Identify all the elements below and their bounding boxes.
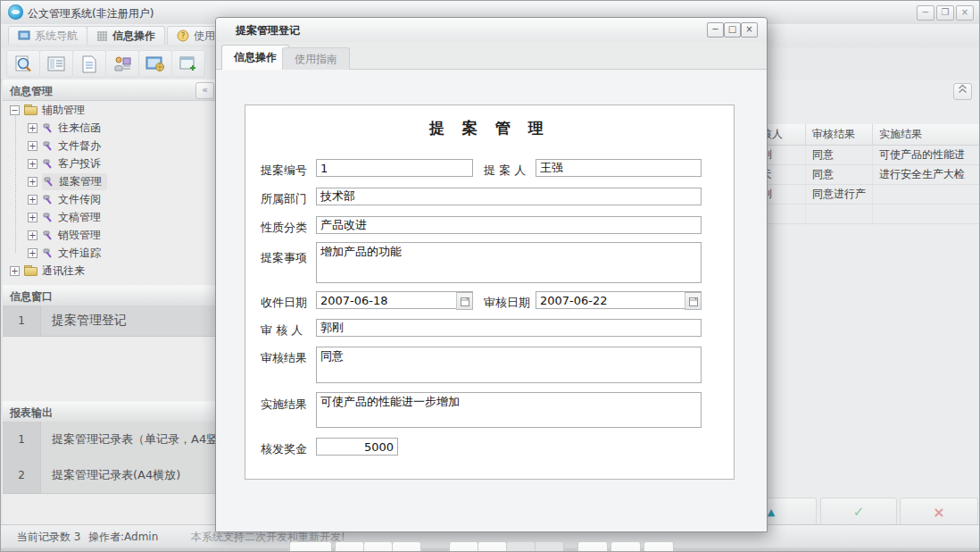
print-preview-button[interactable] <box>610 541 641 552</box>
record-count: 当前记录数 3 <box>17 530 80 545</box>
tree-node-item[interactable]: + 文件督办 <box>28 137 101 155</box>
prev-record-button[interactable]: ◀ <box>363 541 393 552</box>
cell-impl[interactable]: 进行安全生产大检 <box>873 165 980 185</box>
department-input[interactable] <box>316 188 702 205</box>
search-button[interactable] <box>6 50 40 78</box>
expand-box-icon[interactable]: + <box>28 177 37 187</box>
cell-impl[interactable]: 可使产品的性能进 <box>873 146 980 165</box>
matter-textarea[interactable]: 增加产品的功能 <box>316 242 702 283</box>
dialog-body: 提 案 管 理 提案编号 提 案 人 所属部门 性质分类 提案事项 增加产品的功… <box>216 70 767 531</box>
bonus-input[interactable] <box>316 438 398 456</box>
expand-box-icon[interactable]: + <box>28 248 37 258</box>
label-review-result: 审核结果 <box>261 350 307 366</box>
minimize-button[interactable]: − <box>917 5 934 21</box>
column-header-impl[interactable]: 实施结果 <box>873 124 980 146</box>
app-logo-icon <box>8 4 23 20</box>
info-window-item[interactable]: 1 提案管理登记 <box>3 305 219 337</box>
review-result-textarea[interactable]: 同意 <box>316 347 702 383</box>
document-button[interactable] <box>72 50 106 78</box>
tab-system-nav[interactable]: 系统导航 <box>8 26 87 45</box>
expand-box-icon[interactable]: + <box>28 195 37 205</box>
first-record-button[interactable]: ◀ <box>335 541 364 552</box>
tab-info-ops[interactable]: 信息操作 <box>87 26 165 45</box>
receive-date-input[interactable] <box>316 291 473 309</box>
cell-impl[interactable] <box>873 185 980 205</box>
add-button[interactable]: 增加 <box>289 541 332 552</box>
user-report-button[interactable] <box>105 50 139 78</box>
info-window-title: 信息窗口 <box>10 289 53 305</box>
label-matter: 提案事项 <box>261 250 307 266</box>
delete-record-button[interactable]: − <box>449 541 478 552</box>
bg-post-button[interactable]: ✓ <box>820 498 897 526</box>
dialog-minimize-button[interactable]: − <box>707 22 724 38</box>
dialog-close-button[interactable]: × <box>741 22 758 38</box>
expand-box-icon[interactable]: + <box>28 141 37 151</box>
edit-record-button[interactable]: ▲ <box>478 541 507 552</box>
content-collapse-button[interactable] <box>953 83 972 100</box>
info-mgmt-header: 信息管理 « <box>3 79 220 101</box>
cancel-record-button[interactable]: × <box>535 541 564 552</box>
app-title: 公文管理系统(非注册用户) <box>28 6 154 21</box>
panel-collapse-button[interactable]: « <box>195 82 214 99</box>
print-button[interactable] <box>577 541 608 552</box>
dialog-title: 提案管理登记 <box>236 23 300 38</box>
user-chart-icon <box>112 55 132 73</box>
dialog-tab-info-ops[interactable]: 信息操作 <box>221 45 289 70</box>
label-category: 性质分类 <box>261 220 307 236</box>
tree-node-item[interactable]: + 往来信函 <box>28 119 101 137</box>
dialog-maximize-button[interactable]: □ <box>724 22 741 38</box>
tree-node-bottom[interactable]: + 通讯往来 <box>10 262 85 280</box>
restore-button[interactable]: ❐ <box>936 5 954 21</box>
cell-result[interactable]: 同意 <box>806 146 873 165</box>
app-window: 公文管理系统(非注册用户) − ❐ × 系统导航 信息操作 ? 使用指南 <box>0 0 980 552</box>
close-button[interactable]: × <box>956 5 974 21</box>
cell-result[interactable]: 同意 <box>806 165 873 185</box>
expand-box-icon[interactable]: + <box>28 213 37 222</box>
dialog-tab-guide[interactable]: 使用指南 <box>282 47 350 70</box>
post-record-button[interactable]: ✓ <box>506 541 536 552</box>
tree-node-item[interactable]: + 客户投诉 <box>28 155 101 172</box>
folder-icon <box>24 265 37 276</box>
tree-node-item[interactable]: + 文件追踪 <box>28 244 101 262</box>
next-record-button[interactable]: ▶ <box>392 541 421 552</box>
label-proposer: 提 案 人 <box>484 163 526 179</box>
dialog-record-toolbar: 增加 ◀ ◀ ▶ ▶ − ▲ <box>216 531 767 552</box>
tool-icon <box>42 212 54 223</box>
tree-node-item-selected[interactable]: + 提案管理 <box>28 172 107 190</box>
reviewer-input[interactable] <box>316 319 702 337</box>
tree-node-root[interactable]: − 辅助管理 <box>10 101 85 119</box>
report-item[interactable]: 1 提案管理记录表（单记录，A4竖 <box>3 422 219 458</box>
column-header-result[interactable]: 审核结果 <box>806 124 873 146</box>
window-globe-button[interactable] <box>138 50 172 78</box>
proposer-input[interactable] <box>536 159 702 177</box>
collapse-box-icon[interactable]: − <box>10 105 20 115</box>
expand-box-icon[interactable]: + <box>10 266 20 276</box>
impl-result-textarea[interactable]: 可使产品的性能进一步增加 <box>316 392 702 428</box>
operator: 操作者:Admin <box>88 530 158 545</box>
review-date-input[interactable] <box>536 291 702 309</box>
dialog-titlebar[interactable]: 提案管理登记 − □ × <box>216 18 767 43</box>
category-input[interactable] <box>316 216 702 234</box>
proposal-no-input[interactable] <box>316 159 473 177</box>
tree-node-item[interactable]: + 文稿管理 <box>28 208 101 226</box>
monitor-globe-icon <box>145 55 165 73</box>
expand-box-icon[interactable]: + <box>28 123 37 133</box>
label-review-date: 审核日期 <box>484 295 530 311</box>
expand-box-icon[interactable]: + <box>28 159 37 169</box>
form-icon <box>46 55 66 73</box>
document-icon <box>81 55 97 73</box>
review-date-picker-button[interactable] <box>685 292 702 310</box>
bg-cancel-button[interactable]: × <box>900 498 978 526</box>
tree-node-item[interactable]: + 文件传阅 <box>28 190 101 208</box>
cell-result[interactable]: 同意进行产 <box>806 185 873 205</box>
folder-icon <box>24 105 37 115</box>
form-view-button[interactable] <box>39 50 73 78</box>
double-chevron-up-icon <box>958 84 968 94</box>
new-window-button[interactable] <box>171 50 205 78</box>
report-item[interactable]: 2 提案管理记录表(A4横放) <box>3 457 219 494</box>
receive-date-picker-button[interactable] <box>456 292 473 310</box>
tree-node-item[interactable]: + 销毁管理 <box>28 226 101 244</box>
run-button[interactable]: ▶ <box>644 541 674 552</box>
monitor-icon <box>18 30 30 41</box>
expand-box-icon[interactable]: + <box>28 230 37 240</box>
